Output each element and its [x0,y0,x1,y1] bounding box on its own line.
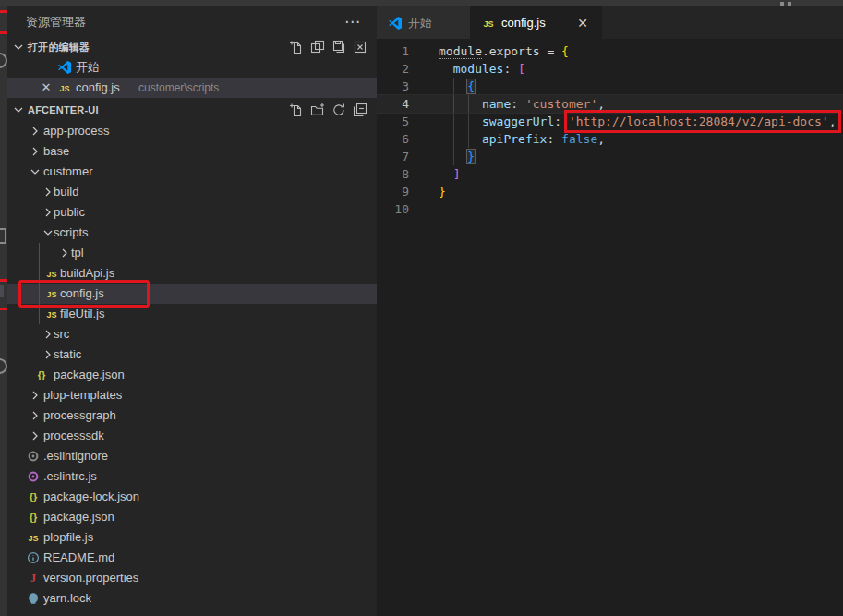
code-text: } [439,183,446,200]
open-editors-actions [289,40,367,54]
tree-item-processgraph[interactable]: processgraph [7,405,377,426]
tree-item-package-lock-json[interactable]: {}package-lock.json [7,487,377,507]
open-editor-item-1[interactable]: 开始 [7,57,377,78]
tree-item-eslintrc-js[interactable]: .eslintrc.js [7,466,377,487]
js-icon: JS [44,267,59,282]
refresh-explorer-icon [331,103,346,117]
line-number[interactable]: 1 [377,42,409,60]
vscode-icon [388,16,403,30]
tree-item-fileutil-js[interactable]: JSfileUtil.js [7,304,377,324]
cropped-activity-bar-icon[interactable] [0,53,7,68]
code-editor[interactable]: 1module.exports = {2 modules: [3 {4 name… [377,39,843,616]
workspace-header[interactable]: AFCENTER-UI [7,98,377,121]
tree-item-customer[interactable]: customer [7,162,377,182]
new-folder-icon [310,103,325,117]
code-text: module.exports = { [439,42,569,60]
code-line-3[interactable]: 3 { [377,78,843,95]
code-line-9[interactable]: 9} [377,183,843,200]
code-token: , [597,97,605,111]
save-all-button[interactable] [331,40,346,54]
close-all-editors-button[interactable] [353,40,367,54]
eslint-purple-icon [26,469,41,484]
tree-item-static[interactable]: static [7,344,377,365]
close-icon[interactable]: ✕ [39,80,54,95]
chevron-right-icon[interactable] [28,144,42,159]
code-line-8[interactable]: 8 ] [377,165,843,183]
annotation-box-fragment [0,10,7,34]
cropped-activity-bar-icon[interactable] [0,228,6,244]
line-number[interactable]: 5 [377,113,409,130]
explorer-title: 资源管理器 [26,15,86,29]
new-untitled-file-button[interactable] [289,40,304,54]
tree-item-build[interactable]: build [7,182,377,202]
folder-name: static [54,344,81,365]
chevron-right-icon[interactable] [28,429,42,443]
json-icon: {} [34,368,49,382]
code-line-1[interactable]: 1module.exports = { [377,42,843,60]
tree-item-yarn-lock[interactable]: yarn.lock [7,588,377,609]
tree-item-base[interactable]: base [7,141,377,162]
tree-item-tpl[interactable]: tpl [7,243,377,263]
new-folder-button[interactable] [310,103,325,117]
code-line-4[interactable]: 4 name: 'customer', [377,95,843,113]
tree-item-readme-md[interactable]: README.md [7,548,377,568]
line-number[interactable]: 8 [377,165,409,183]
new-file-button[interactable] [289,103,304,117]
tree-item-public[interactable]: public [7,202,377,223]
chevron-down-icon [11,40,26,54]
chevron-down-icon [28,164,42,179]
js-icon: JS [44,286,59,301]
file-name: package.json [54,365,125,385]
json-icon: {} [26,489,41,504]
line-number[interactable]: 9 [377,183,409,200]
tree-item-scripts[interactable]: scripts [7,223,377,243]
chevron-right-icon[interactable] [28,124,42,139]
tree-item-app-process[interactable]: app-process [7,121,377,141]
file-tree: app-processbasecustomerbuildpublicscript… [7,121,377,609]
line-number[interactable]: 10 [377,200,409,218]
json-icon: {} [26,510,41,525]
title-bar-strip [0,0,843,6]
line-number[interactable]: 4 [377,95,409,113]
open-editors-header[interactable]: 打开的编辑器 [7,37,377,57]
line-number[interactable]: 2 [377,60,409,78]
tab-label: 开始 [408,15,432,31]
line-number[interactable]: 3 [377,78,409,95]
file-name: .eslintrc.js [43,466,97,487]
refresh-explorer-button[interactable] [331,103,346,117]
chevron-down-icon[interactable] [28,164,42,179]
chevron-right-icon[interactable] [28,388,42,403]
toggle-editor-layout-icon [310,40,325,54]
tree-item-version-properties[interactable]: Jversion.properties [7,568,377,588]
tree-item-processsdk[interactable]: processsdk [7,426,377,446]
chevron-right-icon[interactable] [28,408,42,423]
open-editor-item-2[interactable]: ✕JSconfig.jscustomer\scripts [7,78,377,98]
yarn-icon [26,591,41,606]
tree-item-config-js[interactable]: JSconfig.js [7,284,377,304]
tree-item-eslintignore[interactable]: .eslintignore [7,446,377,466]
toggle-editor-layout-button[interactable] [310,40,325,54]
code-line-5[interactable]: 5 swaggerUrl: 'http://localhost:28084/v2… [377,113,843,130]
line-number[interactable]: 6 [377,130,409,148]
tree-item-buildapi-js[interactable]: JSbuildApi.js [7,263,377,284]
folder-name: app-process [43,121,110,141]
tree-item-package-json[interactable]: {}package.json [7,507,377,527]
chevron-right-icon[interactable] [57,246,72,260]
cropped-activity-bar-icon[interactable] [0,358,7,374]
tree-item-plopfile-js[interactable]: JSplopfile.js [7,527,377,548]
collapse-folders-button[interactable] [353,103,367,117]
line-number[interactable]: 7 [377,148,409,165]
tab-start[interactable]: 开始 [377,6,470,39]
code-line-10[interactable]: 10 [377,200,843,218]
tree-item-package-json[interactable]: {}package.json [7,365,377,385]
code-line-2[interactable]: 2 modules: [ [377,60,843,78]
more-actions-icon[interactable]: ⋯ [344,6,360,37]
tab-config-js[interactable]: JSconfig.js✕ [470,6,602,39]
code-line-7[interactable]: 7 } [377,148,843,165]
code-token: [ [518,62,525,76]
tree-item-plop-templates[interactable]: plop-templates [7,385,377,405]
cropped-activity-bar-icon[interactable] [0,285,4,297]
close-icon[interactable]: ✕ [574,16,591,30]
tree-item-src[interactable]: src [7,324,377,344]
code-line-6[interactable]: 6 apiPrefix: false, [377,130,843,148]
